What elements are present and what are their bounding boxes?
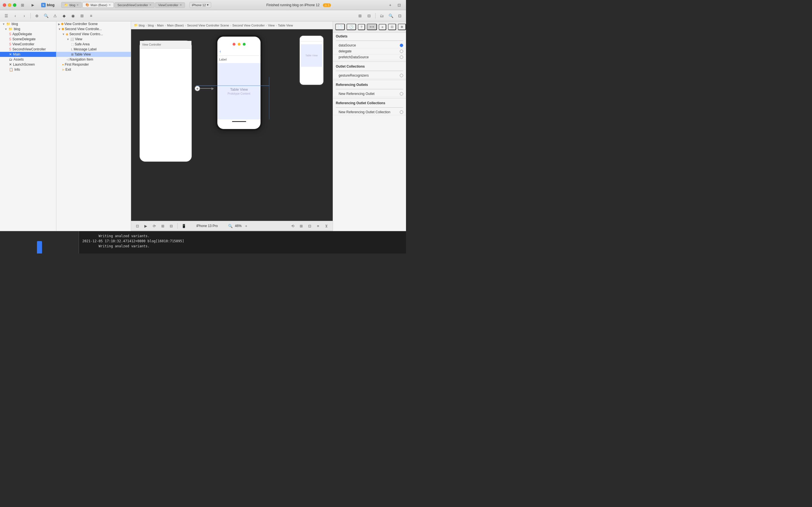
- label-icon: L: [71, 48, 73, 51]
- zoom-in-button[interactable]: +: [243, 223, 250, 229]
- warning-badge[interactable]: ⚠ 1: [323, 3, 331, 7]
- console-line-2: 2021-12-05 17:10:32.471412+0800 blog[160…: [82, 238, 403, 244]
- tree-item-second-vc-scene[interactable]: ▼ Second View Controlle...: [56, 26, 131, 32]
- warning-button[interactable]: ⚠: [51, 12, 59, 20]
- new-roc-circle[interactable]: [400, 110, 403, 114]
- console-output: Writing analzed variants. 2021-12-05 17:…: [79, 231, 406, 253]
- outlets-tab-attributes[interactable]: ≡: [378, 24, 386, 30]
- sidebar-item-blog-root[interactable]: ▼ 📁 blog: [0, 21, 56, 26]
- sidebar-item-view-controller[interactable]: S ViewController: [0, 42, 56, 47]
- outlets-tab-file[interactable]: 📄: [335, 24, 345, 30]
- sidebar-item-launch-screen[interactable]: ✕ LaunchScreen: [0, 62, 56, 67]
- delegate-circle[interactable]: [400, 50, 403, 53]
- sidebar-item-main[interactable]: ✕ Main: [0, 52, 56, 57]
- back-button[interactable]: ‹: [11, 12, 19, 20]
- tree-item-vc-scene[interactable]: ▶ View Controller Scene: [56, 21, 131, 26]
- console-left-panel: [0, 231, 79, 253]
- tree-item-view-node[interactable]: ▼ ⬜ View: [56, 37, 131, 42]
- sidebar-label-assets: Assets: [13, 57, 24, 61]
- bc-blog-icon-span: 📁: [134, 23, 138, 27]
- traffic-lights: [3, 3, 16, 7]
- tree-item-nav-item[interactable]: ◁ Navigation Item: [56, 57, 131, 62]
- add-editor-left[interactable]: ⊞: [356, 12, 364, 20]
- outlets-tab-identity[interactable]: ⊕: [398, 24, 406, 30]
- outlets-tab-connections[interactable]: ⟷: [367, 24, 377, 30]
- editor-button[interactable]: ≡: [87, 12, 95, 20]
- tree-item-exit[interactable]: ⊳ Exit: [56, 67, 131, 72]
- align-button[interactable]: ≡: [315, 223, 321, 229]
- library-button[interactable]: +: [386, 2, 394, 8]
- tab-second-vc[interactable]: SecondViewController ✕: [114, 2, 155, 8]
- tree-item-safe-area[interactable]: ⬚ Safe Area: [56, 42, 131, 47]
- filter-button[interactable]: ⊕: [33, 12, 41, 20]
- constraint-button[interactable]: ⊡: [306, 223, 313, 229]
- sidebar-item-second-vc[interactable]: S SecondViewController: [0, 47, 56, 52]
- debug-panel[interactable]: ⊡: [396, 12, 404, 20]
- table-view-icon: ⊞: [71, 53, 73, 56]
- gesture-circle[interactable]: [400, 74, 403, 77]
- tree-item-second-vc-node[interactable]: ▼ ◉ Second View Contro...: [56, 32, 131, 37]
- phone-home-indicator: [232, 121, 246, 122]
- tree-label-table-view: Table View: [74, 52, 91, 56]
- device-rotate[interactable]: ⟲: [289, 223, 296, 229]
- tab-vc-close[interactable]: ✕: [180, 3, 182, 6]
- tab-blog-close[interactable]: ✕: [77, 3, 79, 6]
- split-view-button[interactable]: ⊟: [168, 223, 174, 229]
- tab-main-close[interactable]: ✕: [109, 3, 111, 6]
- inspector-panel[interactable]: 🔍: [387, 12, 395, 20]
- tree-item-first-responder[interactable]: ● First Responder: [56, 62, 131, 67]
- outlet-collections-header: Outlet Collections: [333, 63, 406, 69]
- sidebar-item-app-delegate[interactable]: S AppDelegate: [0, 32, 56, 37]
- tree-item-message-label[interactable]: L Message Label: [56, 47, 131, 52]
- sidebar-item-assets[interactable]: 🗂 Assets: [0, 57, 56, 62]
- minimize-button[interactable]: [8, 3, 11, 7]
- forward-button[interactable]: ›: [20, 12, 28, 20]
- breakpoint-button[interactable]: ◆: [60, 12, 68, 20]
- crop-button[interactable]: ⊞: [159, 223, 166, 229]
- phone-traffic-lights: [217, 37, 260, 47]
- tab-blog[interactable]: 📁 blog ✕: [61, 2, 82, 8]
- grid-button[interactable]: ⊞: [298, 223, 305, 229]
- sidebar-item-scene-delegate[interactable]: S SceneDelegate: [0, 37, 56, 42]
- tab-main-label: Main (Base): [91, 3, 107, 7]
- device-selector[interactable]: iPhone 12 ▾: [190, 2, 211, 8]
- sidebar-item-blog-group[interactable]: ▼ 📁 blog: [0, 26, 56, 32]
- play-button[interactable]: ▶: [142, 223, 149, 229]
- toolbar: ☰ ‹ › ⊕ 🔍 ⚠ ◆ ◉ ⊞ ≡ ⊞ ⊟ 🗂 🔍 ⊡: [0, 10, 406, 21]
- run-button[interactable]: ▶: [29, 2, 37, 8]
- tree-item-table-view[interactable]: ⊞ Table View: [56, 52, 131, 57]
- maximize-button[interactable]: [13, 3, 16, 7]
- profiler-button[interactable]: ◉: [69, 12, 77, 20]
- outlets-panel: 📄 🕐 ? ⟷ ≡ ⊡ ⊕ Outlets dataSource delegat…: [333, 21, 406, 231]
- outlets-tab-size[interactable]: ⊡: [388, 24, 396, 30]
- zoom-out-button[interactable]: 🔍: [227, 223, 234, 229]
- device-icon[interactable]: 📱: [181, 223, 187, 229]
- sidebar-toggle-icon[interactable]: ☰: [2, 12, 10, 20]
- datasource-label: dataSource: [339, 43, 400, 47]
- prefetch-circle[interactable]: [400, 55, 403, 59]
- add-editor-right[interactable]: ⊟: [365, 12, 373, 20]
- tree-label-second-vc-node: Second View Contro...: [69, 32, 103, 36]
- layout-toggle[interactable]: ⊡: [395, 2, 403, 8]
- tab-blog-label: blog: [69, 3, 75, 7]
- close-button[interactable]: [3, 3, 6, 7]
- download-button[interactable]: ⊻: [323, 223, 330, 229]
- tab-vc[interactable]: ViewController ✕: [155, 2, 185, 8]
- tab-main-base[interactable]: 🎨 Main (Base) ✕: [82, 2, 114, 8]
- sidebar-item-info[interactable]: 📋 Info: [0, 67, 56, 72]
- sep-1: [333, 61, 406, 62]
- new-ref-circle[interactable]: [400, 92, 403, 96]
- datasource-circle[interactable]: [400, 44, 403, 47]
- navigator-panel[interactable]: 🗂: [378, 12, 386, 20]
- search-button[interactable]: 🔍: [42, 12, 50, 20]
- sidebar-toggle-button[interactable]: ⊞: [18, 2, 27, 8]
- env-button[interactable]: ⊞: [78, 12, 86, 20]
- fit-page-button[interactable]: ⊡: [134, 223, 141, 229]
- refresh-button[interactable]: ⟳: [151, 223, 158, 229]
- segue-connector: ⊕ ▶: [195, 86, 214, 91]
- phone-tl-green: [243, 43, 246, 46]
- outlets-tab-clock[interactable]: 🕐: [347, 24, 356, 30]
- outlets-tab-help[interactable]: ?: [358, 24, 365, 30]
- outlets-item-gesture: gestureRecognizers: [333, 73, 406, 78]
- tab-second-close[interactable]: ✕: [149, 3, 151, 6]
